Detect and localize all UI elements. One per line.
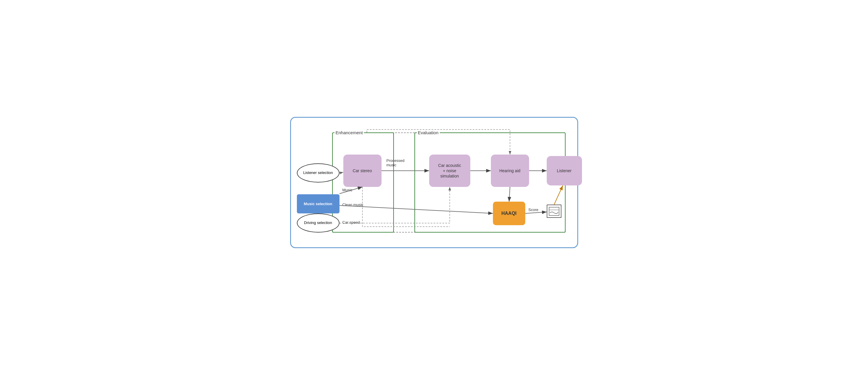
enhancement-label: Enhancement (335, 130, 364, 135)
car-stereo-node: Car stereo (343, 155, 381, 187)
evaluation-label: Evaluation (417, 130, 440, 135)
car-speed-label: Car speed (342, 220, 360, 225)
hearing-aid-node: Hearing aid (491, 155, 529, 187)
outer-container: Enhancement Evaluation Listener selectio… (290, 117, 578, 248)
svg-rect-0 (549, 207, 559, 216)
music-label: Music (342, 188, 352, 192)
driving-selection-node: Driving selection (297, 214, 340, 232)
clean-music-label: Clean music (342, 202, 364, 207)
car-acoustic-node: Car acoustic + noise simulation (429, 155, 470, 187)
listener-node: Listener (547, 156, 582, 186)
chart-symbol (547, 204, 561, 218)
haaqi-node: HAAQI (493, 202, 525, 225)
processed-music-label: Processedmusic (386, 158, 404, 167)
score-label: Score (528, 207, 538, 212)
music-selection-node: Music selection (297, 194, 340, 214)
listener-selection-node: Listener selection (297, 163, 340, 182)
diagram-area: Enhancement Evaluation Listener selectio… (300, 127, 568, 238)
